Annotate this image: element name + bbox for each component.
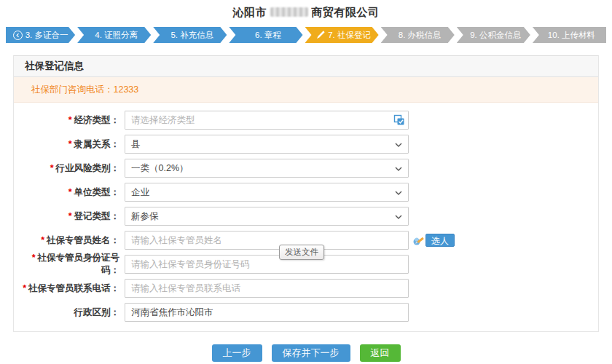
- selected-value: 新参保: [131, 210, 159, 223]
- chevron-down-icon: [395, 187, 402, 197]
- company-name-prefix: 沁阳市: [233, 6, 267, 18]
- field-label: 社保专管员身份证号码：: [38, 253, 120, 275]
- step-label: 5. 补充信息: [170, 30, 213, 41]
- step-label: 6. 章程: [255, 30, 281, 41]
- step-3-multi-cert[interactable]: 3. 多证合一: [6, 27, 75, 43]
- step-label: 7. 社保登记: [328, 30, 371, 41]
- step-label: 3. 多证合一: [26, 30, 68, 41]
- form-row-economic-type: *经济类型：: [14, 111, 598, 130]
- step-10-upload-materials: 10. 上传材料: [533, 27, 606, 43]
- step-label: 9. 公积金信息: [470, 30, 521, 41]
- form-area: *经济类型： *隶属关系： 县: [14, 103, 598, 331]
- social-insurance-panel: 社保登记信息 社保部门咨询电话：12333 *经济类型：: [13, 55, 599, 332]
- person-pencil-icon: [412, 235, 424, 246]
- social-insurance-registration-page: { "title": { "prefix": "沁阳市", "suffix": …: [0, 0, 612, 364]
- field-label: 经济类型：: [74, 115, 120, 125]
- notice-text: 社保部门咨询电话：12333: [31, 84, 138, 95]
- admin-phone-input[interactable]: [125, 279, 409, 298]
- field-label: 社保专管员联系电话：: [28, 283, 119, 293]
- form-row-admin-region: 行政区别：: [14, 303, 598, 322]
- picker-dialog-icon[interactable]: [393, 114, 406, 127]
- registration-type-select[interactable]: 新参保: [125, 207, 409, 226]
- required-marker: *: [50, 163, 54, 173]
- required-marker: *: [68, 211, 72, 221]
- step-7-social-insurance[interactable]: 7. 社保登记: [305, 27, 379, 43]
- send-file-tooltip: 发送文件: [279, 245, 324, 260]
- select-person-button[interactable]: 选人: [412, 234, 455, 247]
- selected-value: 县: [131, 138, 141, 151]
- field-label: 行政区别：: [74, 307, 120, 317]
- required-marker: *: [68, 115, 72, 125]
- admin-name-input[interactable]: [125, 231, 409, 250]
- section-header: 社保登记信息: [14, 56, 598, 77]
- step-5-supplementary-info[interactable]: 5. 补充信息: [153, 27, 227, 43]
- required-marker: *: [68, 187, 72, 197]
- chevron-down-icon: [395, 139, 402, 149]
- field-label: 隶属关系：: [74, 139, 120, 149]
- form-row-industry-risk: *行业风险类别： 一类（0.2%）: [14, 159, 598, 178]
- form-row-affiliation: *隶属关系： 县: [14, 135, 598, 154]
- step-4-license-separation[interactable]: 4. 证照分离: [77, 27, 151, 43]
- wizard-step-bar: 3. 多证合一 4. 证照分离 5. 补充信息 6. 章程 7. 社保登记 8.…: [6, 27, 606, 43]
- selected-value: 企业: [131, 186, 149, 199]
- footer-actions: 上一步 保存并下一步 返回: [0, 344, 612, 362]
- select-person-label: 选人: [425, 234, 455, 247]
- form-row-admin-phone: *社保专管员联系电话：: [14, 279, 598, 298]
- step-label: 10. 上传材料: [548, 30, 595, 41]
- chevron-down-icon: [395, 163, 402, 173]
- step-label: 8. 办税信息: [399, 30, 442, 41]
- step-6-articles[interactable]: 6. 章程: [229, 27, 302, 43]
- page-title: 沁阳市 商贸有限公司: [0, 0, 612, 20]
- admin-region-input[interactable]: [125, 303, 409, 322]
- required-marker: *: [23, 283, 26, 293]
- field-label: 社保专管员姓名：: [47, 235, 119, 245]
- selected-value: 一类（0.2%）: [131, 162, 189, 175]
- required-marker: *: [32, 253, 36, 263]
- return-button[interactable]: 返回: [360, 344, 401, 362]
- redacted-company-name: [270, 7, 308, 17]
- back-circle-icon: [13, 31, 23, 40]
- affiliation-select[interactable]: 县: [125, 135, 409, 154]
- required-marker: *: [68, 139, 72, 149]
- field-label: 单位类型：: [74, 187, 120, 197]
- save-and-next-button[interactable]: 保存并下一步: [272, 344, 350, 362]
- step-9-housing-fund: 9. 公积金信息: [457, 27, 530, 43]
- required-marker: *: [41, 235, 44, 245]
- field-label: 行业风险类别：: [56, 163, 120, 173]
- step-8-tax-info: 8. 办税信息: [381, 27, 455, 43]
- notice-bar: 社保部门咨询电话：12333: [14, 77, 598, 103]
- chevron-down-icon: [395, 211, 402, 221]
- unit-type-select[interactable]: 企业: [125, 183, 409, 202]
- economic-type-input[interactable]: [125, 111, 409, 130]
- form-row-registration-type: *登记类型： 新参保: [14, 207, 598, 226]
- pencil-icon: [317, 31, 325, 40]
- field-label: 登记类型：: [74, 211, 120, 221]
- industry-risk-select[interactable]: 一类（0.2%）: [125, 159, 409, 178]
- step-label: 4. 证照分离: [95, 30, 138, 41]
- admin-id-number-input[interactable]: [125, 255, 409, 274]
- company-name-suffix: 商贸有限公司: [311, 6, 379, 18]
- previous-step-button[interactable]: 上一步: [212, 344, 262, 362]
- form-row-unit-type: *单位类型： 企业: [14, 183, 598, 202]
